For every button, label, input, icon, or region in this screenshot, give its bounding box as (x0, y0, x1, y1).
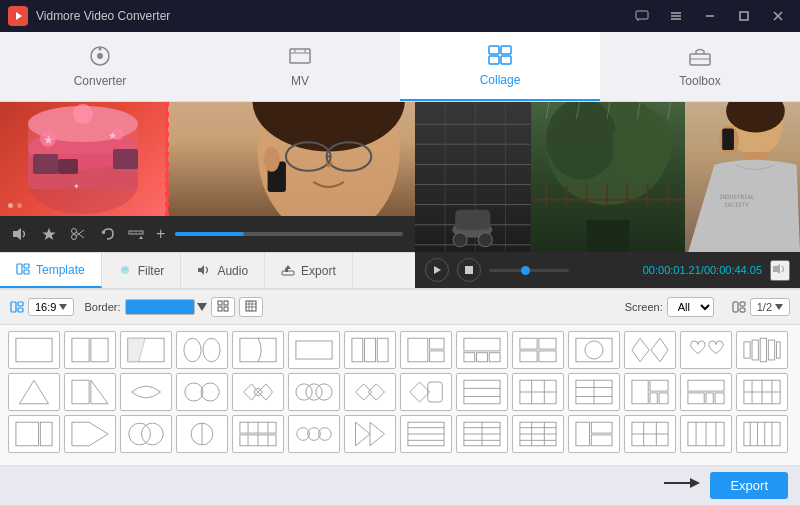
template-cell[interactable] (736, 331, 788, 369)
sub-tab-template[interactable]: Template (0, 253, 102, 288)
template-cell[interactable] (736, 373, 788, 411)
svg-rect-190 (688, 393, 704, 404)
template-cell[interactable] (232, 331, 284, 369)
tab-mv[interactable]: MV (200, 32, 400, 101)
template-cell[interactable] (736, 415, 788, 453)
volume-button[interactable] (8, 225, 32, 243)
template-cell[interactable] (176, 415, 228, 453)
mv-icon (287, 45, 313, 70)
svg-rect-60 (24, 270, 29, 274)
template-cell[interactable] (64, 331, 116, 369)
svg-marker-112 (59, 304, 67, 310)
template-cell[interactable] (680, 373, 732, 411)
star-button[interactable] (38, 225, 60, 243)
menu-button[interactable] (662, 6, 690, 26)
template-cell[interactable] (400, 373, 452, 411)
timeline-bar[interactable] (175, 232, 403, 236)
more-button[interactable] (124, 225, 148, 243)
arrow-export-icon (662, 473, 702, 498)
template-cell[interactable] (176, 331, 228, 369)
template-cell[interactable] (568, 373, 620, 411)
sub-tab-audio[interactable]: Audio (181, 253, 265, 288)
preview-video-left: ★ ★ ✦ (0, 102, 166, 216)
template-cell[interactable] (8, 373, 60, 411)
split-divider[interactable] (166, 102, 168, 216)
screen-select[interactable]: All (667, 297, 714, 317)
svg-rect-235 (591, 435, 612, 446)
template-cell[interactable] (8, 331, 60, 369)
play-button[interactable] (425, 258, 449, 282)
ratio-button[interactable]: 16:9 (28, 298, 74, 316)
template-cell[interactable] (456, 415, 508, 453)
template-cell[interactable] (680, 415, 732, 453)
svg-point-49 (72, 235, 77, 240)
tab-converter[interactable]: Converter (0, 32, 200, 101)
svg-rect-77 (455, 210, 490, 230)
volume-right-button[interactable] (770, 260, 790, 281)
export-button[interactable]: Export (710, 472, 788, 499)
sub-tab-export[interactable]: Export (265, 253, 353, 288)
template-cell[interactable] (232, 415, 284, 453)
svg-marker-106 (434, 266, 441, 274)
template-cell[interactable] (120, 331, 172, 369)
tab-toolbox[interactable]: Toolbox (600, 32, 800, 101)
template-cell[interactable] (120, 415, 172, 453)
border-label: Border: (84, 301, 120, 313)
tab-collage[interactable]: Collage (400, 32, 600, 101)
template-cell[interactable] (344, 415, 396, 453)
template-cell[interactable] (400, 331, 452, 369)
undo-button[interactable] (96, 225, 118, 243)
svg-rect-117 (224, 307, 228, 311)
template-cell[interactable] (568, 331, 620, 369)
collage-preview: INDUSTRIAL SOCIETY (415, 102, 800, 252)
right-panel: INDUSTRIAL SOCIETY (415, 102, 800, 288)
template-cell[interactable] (120, 373, 172, 411)
template-cell[interactable] (344, 373, 396, 411)
template-cell[interactable] (8, 415, 60, 453)
window-controls (628, 6, 792, 26)
template-cell[interactable] (288, 415, 340, 453)
template-cell[interactable] (456, 373, 508, 411)
svg-rect-89 (586, 220, 629, 252)
svg-rect-149 (539, 351, 556, 362)
page-indicator[interactable]: 1/2 (750, 298, 790, 316)
template-cell[interactable] (288, 373, 340, 411)
ratio-selector[interactable]: 16:9 (10, 298, 74, 316)
template-cell[interactable] (512, 415, 564, 453)
collage-video-middle (531, 102, 685, 252)
template-cell[interactable] (64, 415, 116, 453)
template-cell[interactable] (512, 331, 564, 369)
border-color-strip[interactable] (125, 299, 195, 315)
maximize-button[interactable] (730, 6, 758, 26)
svg-rect-8 (740, 12, 748, 20)
template-cell[interactable] (456, 331, 508, 369)
svg-marker-160 (72, 380, 89, 404)
stop-button[interactable] (457, 258, 481, 282)
svg-rect-188 (659, 393, 668, 404)
template-cell[interactable] (568, 415, 620, 453)
export-bar: Export (0, 465, 800, 505)
template-cell[interactable] (344, 331, 396, 369)
template-cell[interactable] (624, 373, 676, 411)
template-cell[interactable] (400, 415, 452, 453)
svg-point-163 (201, 383, 219, 401)
template-cell[interactable] (288, 331, 340, 369)
minimize-button[interactable] (696, 6, 724, 26)
svg-marker-200 (72, 422, 108, 446)
svg-rect-233 (576, 422, 590, 446)
template-cell[interactable] (512, 373, 564, 411)
grid-icon-button[interactable] (211, 297, 235, 317)
template-cell[interactable] (624, 415, 676, 453)
scissors-button[interactable] (66, 225, 90, 243)
svg-point-45 (264, 147, 280, 171)
template-cell[interactable] (176, 373, 228, 411)
template-cell[interactable] (624, 331, 676, 369)
template-cell[interactable] (680, 331, 732, 369)
playback-progress[interactable] (489, 269, 569, 272)
template-cell[interactable] (232, 373, 284, 411)
hatch-icon-button[interactable] (239, 297, 263, 317)
sub-tab-filter[interactable]: Filter (102, 253, 182, 288)
template-cell[interactable] (64, 373, 116, 411)
close-button[interactable] (764, 6, 792, 26)
chat-button[interactable] (628, 6, 656, 26)
